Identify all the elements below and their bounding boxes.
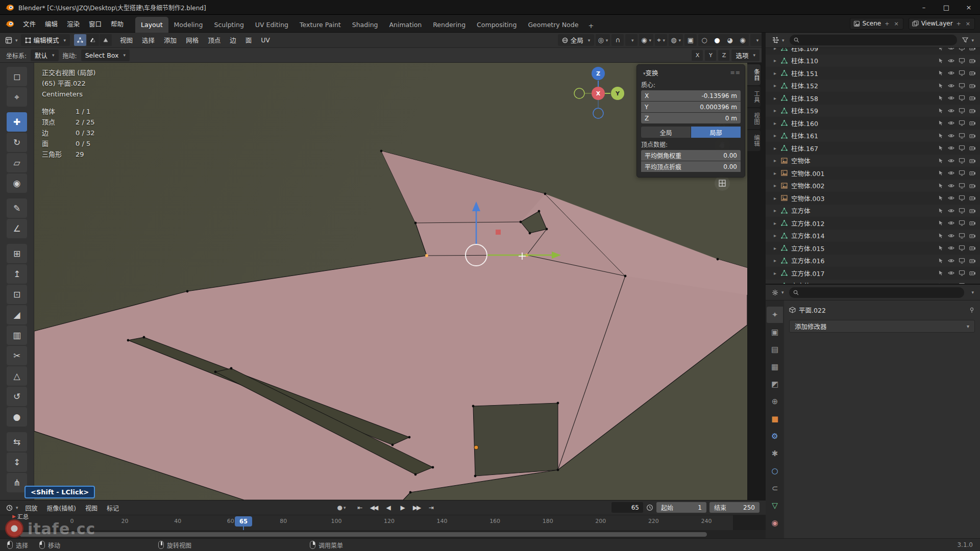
scrollbar-thumb[interactable] [19,532,707,537]
object-name[interactable]: 柱体.109 [791,48,818,53]
viewport-disable-icon[interactable] [959,70,965,76]
tool-button[interactable]: △ [7,366,27,386]
viewport-disable-icon[interactable] [959,233,965,239]
tool-button[interactable]: ◻ [7,67,27,86]
selectable-toggle-icon[interactable] [938,70,944,76]
viewport-disable-icon[interactable] [959,83,965,89]
object-name[interactable]: 立方体.017 [791,268,824,278]
selectable-toggle-icon[interactable] [938,258,944,264]
render-disable-camera-icon[interactable] [969,108,976,114]
selectable-toggle-icon[interactable] [938,108,944,114]
axis-lock-button[interactable]: X [692,50,703,61]
transport-button[interactable]: ◀◀ [367,502,380,513]
expand-arrow-icon[interactable] [774,208,781,213]
median-coordinate-field[interactable]: Y 0.000396 m [641,102,741,112]
hide-eye-icon[interactable] [948,158,954,164]
panel-grip-icon[interactable]: ≡≡ [730,69,741,76]
object-name[interactable]: 柱体.110 [791,56,818,65]
tool-button[interactable]: ∠ [7,219,27,238]
outliner-row[interactable]: 柱体.161 [766,130,980,142]
axis-nav-gizmo[interactable]: Z Y X [574,67,624,118]
properties-tab[interactable]: ◩ [767,376,783,392]
render-disable-camera-icon[interactable] [969,208,976,214]
workspace-tab[interactable]: Layout [135,17,168,33]
sidebar-tab[interactable]: 编辑 [747,130,761,151]
properties-filter-button[interactable] [967,289,976,296]
tool-button[interactable]: ⊞ [7,244,27,263]
render-disable-camera-icon[interactable] [969,133,976,139]
vertex-data-field[interactable]: 平均倒角权重 0.00 [641,150,741,161]
topbar-menu[interactable]: 渲染 [62,17,84,31]
object-name[interactable]: 立方体.014 [791,231,824,240]
transport-button[interactable]: ▶ [396,502,409,513]
timeline-menu[interactable]: 标记 [103,502,123,514]
sidebar-tab[interactable]: 工具 [747,86,761,107]
tool-button[interactable]: ◉ [7,173,27,193]
outliner-row[interactable]: 柱体.159 [766,105,980,117]
object-name[interactable]: 柱体.151 [791,68,818,78]
object-name[interactable]: 柱体.159 [791,106,818,115]
properties-tab[interactable]: ○ [767,463,783,479]
hide-eye-icon[interactable] [948,170,954,176]
tool-button[interactable]: ↥ [7,264,27,284]
workspace-tab[interactable]: Sculpting [208,17,249,33]
tool-button[interactable]: ⋔ [7,473,27,492]
maximize-button[interactable]: □ [935,0,958,14]
hide-eye-icon[interactable] [948,258,954,264]
render-disable-camera-icon[interactable] [969,183,976,189]
tool-button[interactable]: ● [7,407,27,427]
snap-magnet-toggle[interactable]: ∩ [611,34,624,46]
axis-lock-button[interactable]: Y [705,50,716,61]
tool-button[interactable]: ▱ [7,153,27,172]
viewport-disable-icon[interactable] [959,170,965,176]
wireframe-shading-button[interactable]: ○ [698,34,710,46]
vertex-data-field[interactable]: 平均顶点折痕 0.00 [641,161,741,172]
shading-dropdown[interactable] [750,34,763,46]
workspace-tab[interactable]: Texture Paint [294,17,347,33]
render-disable-camera-icon[interactable] [969,220,976,226]
workspace-tab[interactable]: UV Editing [250,17,294,33]
expand-arrow-icon[interactable] [774,183,781,188]
hide-eye-icon[interactable] [948,120,954,126]
render-disable-camera-icon[interactable] [969,48,976,51]
viewport-disable-icon[interactable] [959,158,965,164]
tool-button[interactable]: ⇆ [7,432,27,452]
transport-button[interactable]: ⇥ [424,502,437,513]
render-disable-camera-icon[interactable] [969,158,976,164]
editor-type-button[interactable] [3,36,20,45]
viewport-menu[interactable]: 边 [226,33,240,47]
object-name[interactable]: 空物体 [791,156,811,165]
preview-range-clock-icon[interactable] [646,504,653,511]
expand-arrow-icon[interactable] [774,58,781,63]
viewport-disable-icon[interactable] [959,95,965,101]
selectable-toggle-icon[interactable] [938,208,944,214]
new-view-layer-button[interactable]: + [955,20,962,27]
render-disable-camera-icon[interactable] [969,83,976,89]
object-name[interactable]: 立方体.018 [791,281,824,284]
hide-eye-icon[interactable] [948,208,954,214]
transport-button[interactable]: ⇤ [353,502,366,513]
workspace-tab[interactable]: Compositing [471,17,522,33]
expand-arrow-icon[interactable] [774,83,781,88]
frame-start-field[interactable]: 起始 1 [656,502,706,513]
outliner-row[interactable]: 立方体.018 [766,280,980,284]
solid-shading-button[interactable]: ● [711,34,723,46]
object-name[interactable]: 柱体.167 [791,143,818,153]
outliner-row[interactable]: 立方体.012 [766,217,980,230]
minimize-button[interactable]: – [913,0,935,14]
timeline-menu[interactable]: 回放 [21,502,42,514]
axis-lock-button[interactable]: Z [718,50,729,61]
properties-tab[interactable]: ✦ [767,307,783,323]
expand-arrow-icon[interactable] [774,170,781,176]
render-disable-camera-icon[interactable] [969,283,976,284]
outliner-row[interactable]: 柱体.151 [766,67,980,80]
pivot-point-dropdown[interactable]: ◎ [596,34,610,46]
hide-eye-icon[interactable] [948,95,954,101]
expand-arrow-icon[interactable] [774,108,781,113]
mesh-plane-022[interactable] [34,150,747,500]
render-disable-camera-icon[interactable] [969,270,976,276]
material-shading-button[interactable]: ◕ [724,34,736,46]
selectable-toggle-icon[interactable] [938,95,944,101]
timeline-ruler[interactable]: 0 20 40 60 80 100 120 140 160 180 200 [0,515,766,530]
frame-end-field[interactable]: 结束 250 [709,502,760,513]
